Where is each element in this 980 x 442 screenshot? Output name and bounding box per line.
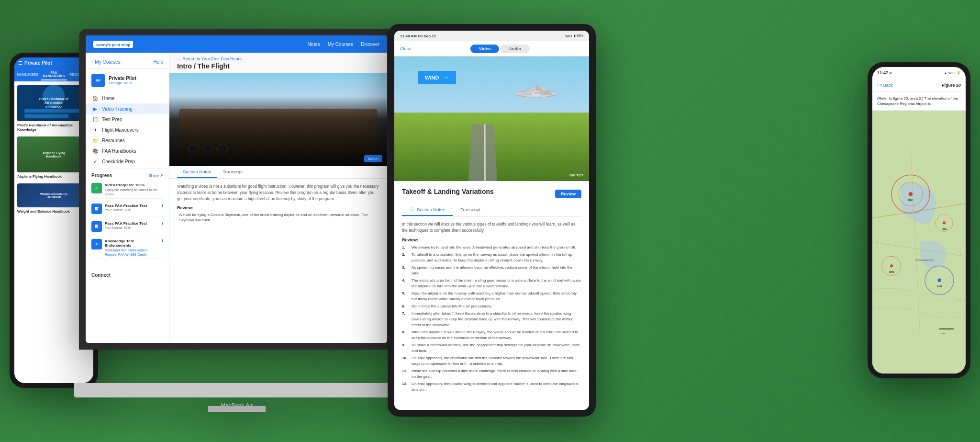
svg-rect-4 [534,92,544,94]
tab-faa-handbooks[interactable]: FAA HANDBOOKS [41,69,67,80]
tablet-frame: 11:48 AM Fri Sep 17 WiFi ▮ 89% Close Vid… [388,24,596,417]
course-change-track[interactable]: Change Track [109,81,136,85]
review-number: 6. [402,304,409,309]
tablet-status-icons: WiFi ▮ 89% [565,34,583,38]
map-svg: BWI ANP W29 FME Chesapeake Bay 5 NM [872,111,966,374]
close-button[interactable]: Close [400,46,411,51]
sidebar-help[interactable]: Help [153,59,163,65]
hamburger-icon[interactable]: ☰ [18,60,22,66]
review-text: We always try to land into the wind. A h… [412,245,576,250]
progress-label-faa1: Pass FAA Practice Test [105,204,159,208]
review-text: When the airplane is well above the runw… [412,329,581,341]
tablet: 11:48 AM Fri Sep 17 WiFi ▮ 89% Close Vid… [388,24,596,417]
content-intro-text: Watching a video is not a substitute for… [177,183,379,202]
progress-sub-endorsements-2[interactable]: Request FAA WINGS Credit [105,252,159,257]
review-text: On final approach, the crosswind will dr… [412,355,581,367]
sidebar-my-courses[interactable]: ‹ My Courses [91,59,121,65]
sidebar-item-faa-handbooks[interactable]: 📚 FAA Handbooks [86,146,169,156]
review-text: Don't force the airplane into the air pr… [412,304,492,309]
phone-right-map[interactable]: BWI ANP W29 FME Chesapeake Bay 5 NM [872,111,966,374]
svg-text:ANP: ANP [937,285,942,288]
tab-video[interactable]: Video [470,45,499,53]
progress-sub-faa2: You Scored: 97% [105,226,159,230]
sidebar-item-home[interactable]: 🏠 Home [86,93,169,103]
sidebar-item-resources[interactable]: 📁 Resources [86,135,169,146]
sidebar-item-test-prep[interactable]: 📋 Test Prep [86,114,169,125]
tablet-time: 11:48 AM Fri Sep 17 [400,34,436,38]
info-icon-1[interactable]: ℹ [162,204,163,208]
back-button[interactable]: ‹ < Back [877,83,893,88]
review-number: 8. [402,329,409,341]
info-icon-2[interactable]: ℹ [162,221,163,226]
progress-label: Video Progress: 100% [105,183,163,188]
progress-item-text: Pass FAA Practice Test You Scored: 97% [105,221,159,230]
phone-left-title: Private Pilot [24,60,52,66]
cockpit-panel [179,109,378,157]
svg-text:BWI: BWI [908,199,913,202]
section-intro-text: In this section we will discuss the vari… [402,221,581,234]
wifi-icon: WiFi [948,71,955,75]
review-text: To make a crosswind landing, use the app… [412,342,581,354]
nav-my-courses[interactable]: My Courses [328,42,353,47]
sidebar-progress-section: Progress Share ↗ ✓ Video Progress: 100% … [86,169,169,266]
review-text: Keep the airplane on the runway until re… [412,291,581,302]
progress-sub-endorsements-1[interactable]: Download Test Endorsement [105,248,159,252]
tab-section-notes[interactable]: Section Notes [177,166,217,178]
review-text: As speed increases and the ailerons beco… [412,265,581,276]
progress-icon-endorsements: 👁 [91,239,102,249]
nav-notes[interactable]: Notes [308,42,320,47]
tab-section-notes[interactable]: 📄 Section Notes [402,204,453,216]
sidebar-item-video-training[interactable]: ▶ Video Training [86,103,169,114]
video-player[interactable]: Watch [169,73,387,166]
sidebar-connect: Connect [86,266,169,283]
sidebar-item-flight-maneuvers[interactable]: ✈ Flight Maneuvers [86,125,169,135]
info-icon-3[interactable]: ℹ [162,239,163,243]
phone-right-status-icons: ▲ WiFi 🔋 [944,71,961,75]
breadcrumb[interactable]: ← Return to Your First Few Hours [169,53,387,62]
laptop: sporty's pilot shop Notes My Courses Dis… [74,29,400,421]
progress-header: Progress Share ↗ [91,173,163,178]
progress-sub-faa1: You Scored: 97% [105,208,159,212]
video-icon: ▶ [92,106,98,112]
phone-right-screen: 11:47 v ▲ WiFi 🔋 ‹ < Back Figure 20 (Ref… [872,67,966,374]
laptop-stand [208,406,266,412]
tab-transcript[interactable]: Transcript [217,166,248,178]
svg-rect-30 [939,329,954,330]
svg-text:5 NM: 5 NM [940,333,945,335]
back-chevron-icon: ‹ [877,83,879,88]
tablet-video-area[interactable]: WIND sporty's [394,57,589,181]
laptop-body: ‹ My Courses Help PP Private Pilot Chang… [86,53,387,343]
list-item: 2.To takeoff in a crosswind, line up on … [402,252,581,263]
laptop-navbar: sporty's pilot shop Notes My Courses Dis… [86,35,387,53]
progress-item-video: ✓ Video Progress: 100% Complete watching… [91,181,163,199]
progress-item-text: Video Progress: 100% Complete watching a… [105,183,163,196]
tab-maneuvers[interactable]: MANEUVERS [14,71,41,79]
tablet-control-bar: Close Video Audio [394,41,589,57]
phone-right-question: (Refer to figure 20, area 2.) The elevat… [872,92,966,111]
tablet-video-scene: WIND sporty's [394,57,589,181]
wifi-icon: WiFi [565,34,572,38]
list-item: 1.We always try to land into the wind. A… [402,245,581,250]
nav-discover[interactable]: Discover [361,42,379,47]
tab-transcript[interactable]: Transcript [453,204,488,216]
tablet-review-list: 1.We always try to land into the wind. A… [402,245,581,393]
sidebar-item-label: Flight Maneuvers [102,127,139,133]
list-item: 10.On final approach, the crosswind will… [402,355,581,367]
progress-item-faa2: 📝 Pass FAA Practice Test You Scored: 97%… [91,219,163,234]
review-button[interactable]: Review [555,190,581,198]
svg-text:Chesapeake Bay: Chesapeake Bay [915,259,934,262]
phone-right-frame: 11:47 v ▲ WiFi 🔋 ‹ < Back Figure 20 (Ref… [868,62,970,378]
sporty-watermark: sporty's [568,173,583,177]
tablet-status-bar: 11:48 AM Fri Sep 17 WiFi ▮ 89% [394,31,589,41]
sidebar-item-label: Video Training [102,106,133,112]
progress-share[interactable]: Share ↗ [148,173,163,178]
review-text: The airplane's area behind the main land… [412,278,581,289]
sidebar-item-checkride-prep[interactable]: ✓ Checkride Prep [86,156,169,167]
laptop-screen-area: sporty's pilot shop Notes My Courses Dis… [79,29,394,350]
plane-icon: ✈ [92,127,98,133]
phone-left-status-left: ☰ Private Pilot [18,60,52,66]
watch-button[interactable]: Watch [364,155,382,162]
tab-audio[interactable]: Audio [500,45,530,53]
svg-point-24 [943,222,946,225]
nav-links: Notes My Courses Discover [308,42,379,47]
